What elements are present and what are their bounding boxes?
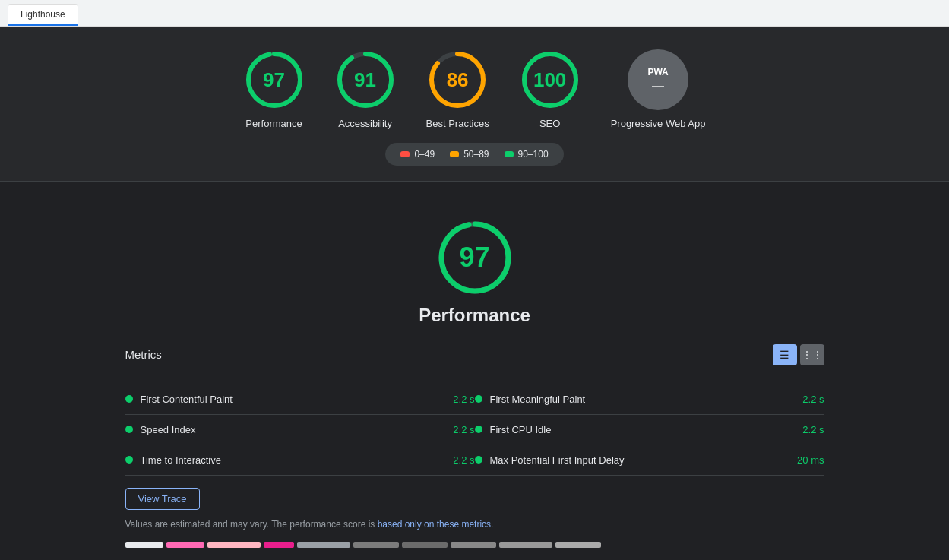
score-label-performance: Performance — [245, 118, 302, 131]
scores-row: 97 Performance 91 Accessibility — [244, 49, 706, 131]
metric-row-mpfid: Max Potential First Input Delay 20 ms — [475, 445, 824, 476]
score-item-accessibility[interactable]: 91 Accessibility — [335, 49, 396, 131]
filmstrip-bar-2 — [207, 542, 261, 548]
legend-item-green: 90–100 — [505, 149, 549, 160]
metric-row-si: Speed Index 2.2 s — [125, 415, 475, 445]
filmstrip-bar-3 — [264, 542, 294, 548]
metric-value-tti: 2.2 s — [453, 454, 474, 466]
legend-item-red: 0–49 — [400, 149, 435, 160]
score-legend: 0–49 50–89 90–100 — [385, 143, 563, 166]
lighthouse-tab[interactable]: Lighthouse — [8, 4, 78, 26]
view-trace-button[interactable]: View Trace — [125, 488, 200, 510]
metric-dot-si — [125, 426, 133, 433]
metrics-grid: First Contentful Paint 2.2 s First Meani… — [125, 384, 824, 476]
metric-dot-tti — [125, 456, 133, 464]
metric-dot-fcp — [125, 395, 133, 403]
score-number-best-practices: 86 — [447, 68, 469, 92]
metric-dot-fci — [475, 426, 482, 433]
perf-score-number: 97 — [459, 242, 489, 274]
list-view-icon: ☰ — [780, 349, 789, 361]
legend-label-orange: 50–89 — [463, 149, 489, 160]
score-number-accessibility: 91 — [354, 68, 376, 92]
score-circle-seo: 100 — [520, 49, 580, 110]
metric-name-mpfid: Max Potential First Input Delay — [490, 454, 790, 466]
metric-value-fcp: 2.2 s — [453, 394, 474, 405]
metric-row-fcp: First Contentful Paint 2.2 s — [125, 384, 475, 415]
filmstrip-bar-7 — [451, 542, 496, 548]
metric-dot-mpfid — [475, 456, 482, 464]
metric-name-tti: Time to Interactive — [141, 454, 446, 466]
metric-value-si: 2.2 s — [453, 424, 474, 435]
metrics-header: Metrics ☰ ⋮⋮ — [125, 344, 824, 372]
metric-row-tti: Time to Interactive 2.2 s — [125, 445, 475, 476]
score-item-best-practices[interactable]: 86 Best Practices — [426, 49, 489, 131]
score-number-seo: 100 — [533, 68, 566, 92]
score-number-performance: 97 — [263, 68, 285, 92]
score-item-performance[interactable]: 97 Performance — [244, 49, 305, 131]
perf-score-container: 97 Performance — [125, 220, 824, 326]
footer-text: Values are estimated and may vary. The p… — [125, 519, 824, 530]
grid-view-icon: ⋮⋮ — [802, 349, 823, 361]
metric-row-fmp: First Meaningful Paint 2.2 s — [475, 384, 824, 415]
score-item-seo[interactable]: 100 SEO — [520, 49, 580, 131]
pwa-dash: — — [652, 81, 664, 93]
score-circle-performance: 97 — [244, 49, 305, 110]
filmstrip-bar-8 — [499, 542, 552, 548]
toggle-list-view[interactable]: ☰ — [773, 344, 797, 365]
filmstrip-bar-5 — [353, 542, 399, 548]
metric-row-fci: First CPU Idle 2.2 s — [475, 415, 824, 445]
metric-name-fcp: First Contentful Paint — [141, 394, 446, 405]
legend-dot-orange — [450, 151, 459, 157]
filmstrip-bar-1 — [166, 542, 204, 548]
perf-score-circle: 97 — [437, 220, 513, 296]
tab-label: Lighthouse — [21, 9, 65, 20]
metric-name-fmp: First Meaningful Paint — [490, 394, 796, 405]
metric-name-fci: First CPU Idle — [490, 424, 796, 435]
legend-dot-red — [400, 151, 410, 157]
score-circle-best-practices: 86 — [427, 49, 488, 110]
pwa-icon-text: PWA — [647, 67, 668, 78]
legend-label-red: 0–49 — [414, 149, 435, 160]
legend-label-green: 90–100 — [518, 149, 549, 160]
metrics-label: Metrics — [125, 348, 162, 361]
pwa-circle: PWA — — [628, 49, 688, 110]
performance-section: 97 Performance Metrics ☰ ⋮⋮ First Conten… — [95, 197, 855, 560]
score-label-accessibility: Accessibility — [338, 118, 392, 131]
metric-name-si: Speed Index — [141, 424, 446, 435]
filmstrip-bars — [125, 542, 824, 548]
footer-text-after: . — [491, 519, 493, 530]
score-circle-accessibility: 91 — [335, 49, 396, 110]
filmstrip-bar-6 — [402, 542, 448, 548]
toggle-grid-view[interactable]: ⋮⋮ — [800, 344, 824, 365]
tab-bar: Lighthouse — [0, 0, 949, 27]
metric-value-fci: 2.2 s — [802, 424, 824, 435]
footer-link[interactable]: based only on these metrics — [378, 519, 491, 530]
footer-text-before: Values are estimated and may vary. The p… — [125, 519, 378, 530]
score-label-seo: SEO — [539, 118, 560, 131]
score-label-pwa: Progressive Web App — [611, 118, 706, 131]
perf-title: Performance — [419, 305, 530, 326]
metric-dot-fmp — [475, 395, 482, 403]
view-trace-label: View Trace — [138, 493, 187, 505]
filmstrip-bar-4 — [297, 542, 350, 548]
filmstrip-bar-9 — [555, 542, 601, 548]
footer-link-text: based only on these metrics — [378, 519, 491, 530]
legend-item-orange: 50–89 — [450, 149, 489, 160]
scores-section: 97 Performance 91 Accessibility — [0, 27, 949, 181]
filmstrip-bar-0 — [125, 542, 163, 548]
metric-value-fmp: 2.2 s — [802, 394, 824, 405]
view-toggle: ☰ ⋮⋮ — [773, 344, 824, 365]
metric-value-mpfid: 20 ms — [797, 454, 824, 466]
score-item-pwa[interactable]: PWA — Progressive Web App — [611, 49, 706, 131]
score-label-best-practices: Best Practices — [426, 118, 489, 131]
legend-dot-green — [505, 151, 514, 157]
